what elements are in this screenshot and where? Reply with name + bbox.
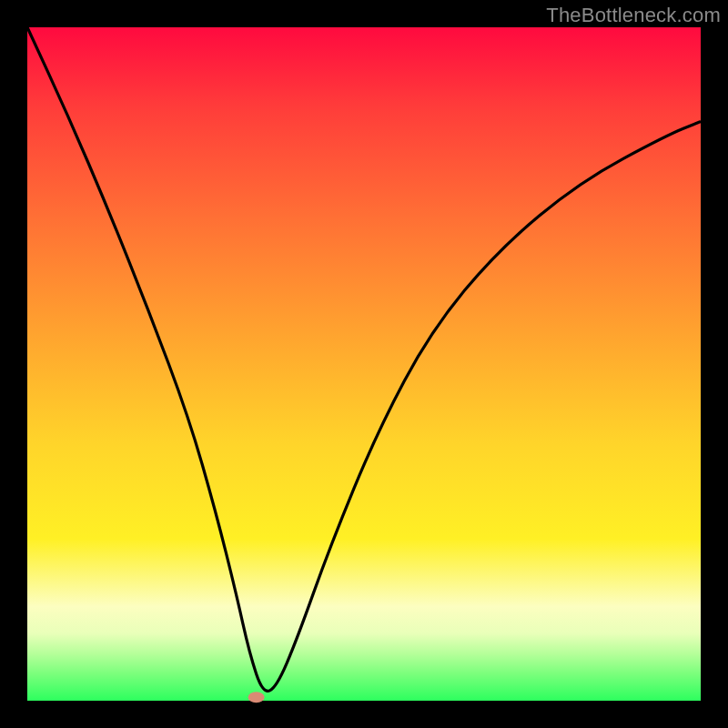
minimum-marker: [248, 692, 265, 703]
chart-frame: TheBottleneck.com: [0, 0, 728, 728]
plot-area: [27, 27, 701, 701]
curve-path: [27, 27, 701, 691]
watermark-text: TheBottleneck.com: [546, 4, 721, 27]
bottleneck-curve: [27, 27, 701, 701]
